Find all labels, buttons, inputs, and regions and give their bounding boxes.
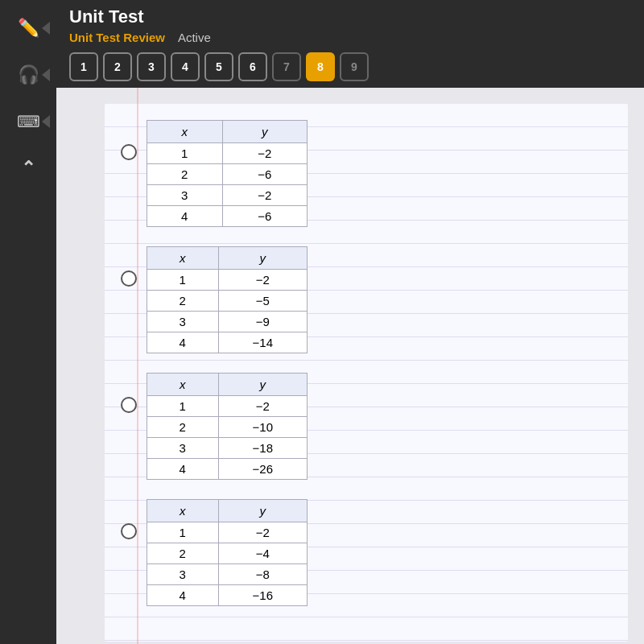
col-header-x: x xyxy=(147,121,223,143)
question-area[interactable]: xy1−22−63−24−6xy1−22−53−94−14xy1−22−103−… xyxy=(56,88,644,644)
tab-7[interactable]: 7 xyxy=(272,52,301,81)
table-cell: −8 xyxy=(218,564,307,585)
sidebar: ✏️ 🎧 ⌨ ⌃ xyxy=(0,0,56,644)
page-title: Unit Test xyxy=(69,6,631,27)
tab-2[interactable]: 2 xyxy=(103,52,132,81)
tab-1[interactable]: 1 xyxy=(69,52,98,81)
table-cell: −6 xyxy=(222,206,307,227)
table-row: 1−2 xyxy=(147,270,308,291)
col-header-y: y xyxy=(218,247,307,270)
tab-6[interactable]: 6 xyxy=(238,52,267,81)
table-cell: −2 xyxy=(222,185,307,206)
col-header-x: x xyxy=(147,500,219,522)
table-cell: −14 xyxy=(218,332,307,353)
table-cell: 3 xyxy=(147,185,223,206)
table-cell: 1 xyxy=(147,522,219,543)
table-cell: 3 xyxy=(147,312,219,332)
table-cell: 2 xyxy=(147,164,223,185)
table-cell: −6 xyxy=(222,164,307,185)
table-row: 4−26 xyxy=(147,459,308,480)
table-row: 2−4 xyxy=(147,543,308,564)
table-B: xy1−22−53−94−14 xyxy=(147,246,308,353)
col-header-y: y xyxy=(218,374,307,396)
table-cell: −2 xyxy=(222,143,307,164)
table-cell: 1 xyxy=(147,143,223,164)
answer-option-B: xy1−22−53−94−14 xyxy=(121,246,612,353)
unit-test-review-link[interactable]: Unit Test Review xyxy=(69,31,165,44)
table-row: 4−6 xyxy=(147,206,308,227)
table-cell: 2 xyxy=(147,417,219,438)
sidebar-triangle xyxy=(42,22,50,35)
table-row: 4−14 xyxy=(147,332,308,353)
table-cell: −10 xyxy=(218,417,307,438)
col-header-x: x xyxy=(147,247,219,270)
col-header-x: x xyxy=(147,374,219,396)
table-row: 3−9 xyxy=(147,312,308,332)
table-cell: −5 xyxy=(218,291,307,312)
table-cell: 2 xyxy=(147,291,219,312)
table-row: 4−16 xyxy=(147,585,308,606)
table-cell: −2 xyxy=(218,396,307,417)
table-cell: 4 xyxy=(147,206,223,227)
table-cell: 3 xyxy=(147,564,219,585)
table-cell: 4 xyxy=(147,459,219,480)
answer-option-C: xy1−22−103−184−26 xyxy=(121,373,612,480)
table-row: 3−2 xyxy=(147,185,308,206)
col-header-y: y xyxy=(222,121,307,143)
table-cell: −4 xyxy=(218,543,307,564)
calculator-icon[interactable]: ⌨ xyxy=(8,101,48,142)
radio-D[interactable] xyxy=(121,523,137,539)
table-row: 2−5 xyxy=(147,291,308,312)
table-row: 1−2 xyxy=(147,522,308,543)
table-cell: 2 xyxy=(147,543,219,564)
table-cell: −9 xyxy=(218,312,307,332)
table-row: 2−6 xyxy=(147,164,308,185)
table-row: 2−10 xyxy=(147,417,308,438)
table-C: xy1−22−103−184−26 xyxy=(147,373,308,480)
table-row: 1−2 xyxy=(147,396,308,417)
table-row: 3−18 xyxy=(147,438,308,459)
sidebar-triangle-3 xyxy=(42,115,50,128)
paper-content: xy1−22−63−24−6xy1−22−53−94−14xy1−22−103−… xyxy=(105,104,628,642)
radio-A[interactable] xyxy=(121,144,137,160)
question-tabs: 123456789 xyxy=(69,52,631,88)
answer-option-A: xy1−22−63−24−6 xyxy=(121,120,612,227)
answer-option-D: xy1−22−43−84−16 xyxy=(121,499,612,606)
table-cell: −2 xyxy=(218,522,307,543)
table-cell: 3 xyxy=(147,438,219,459)
tab-5[interactable]: 5 xyxy=(204,52,233,81)
main-content: Unit Test Unit Test Review Active 123456… xyxy=(56,0,644,644)
headphones-icon[interactable]: 🎧 xyxy=(8,55,48,95)
tab-4[interactable]: 4 xyxy=(171,52,200,81)
caret-up-icon[interactable]: ⌃ xyxy=(8,148,48,188)
header: Unit Test Unit Test Review Active 123456… xyxy=(56,0,644,88)
status-badge: Active xyxy=(178,31,211,44)
table-cell: 1 xyxy=(147,270,219,291)
table-D: xy1−22−43−84−16 xyxy=(147,499,308,606)
table-cell: 4 xyxy=(147,585,219,606)
table-cell: −2 xyxy=(218,270,307,291)
radio-B[interactable] xyxy=(121,270,137,287)
table-cell: −18 xyxy=(218,438,307,459)
pencil-icon[interactable]: ✏️ xyxy=(8,8,48,48)
tab-9[interactable]: 9 xyxy=(340,52,369,81)
table-A: xy1−22−63−24−6 xyxy=(147,120,308,227)
table-row: 1−2 xyxy=(147,143,308,164)
table-cell: −16 xyxy=(218,585,307,606)
tab-8[interactable]: 8 xyxy=(306,52,335,81)
table-cell: 4 xyxy=(147,332,219,353)
table-cell: 1 xyxy=(147,396,219,417)
tab-3[interactable]: 3 xyxy=(137,52,166,81)
subtitle-row: Unit Test Review Active xyxy=(69,31,631,44)
sidebar-triangle-2 xyxy=(42,68,50,81)
radio-C[interactable] xyxy=(121,397,137,413)
table-row: 3−8 xyxy=(147,564,308,585)
table-cell: −26 xyxy=(218,459,307,480)
col-header-y: y xyxy=(218,500,307,522)
